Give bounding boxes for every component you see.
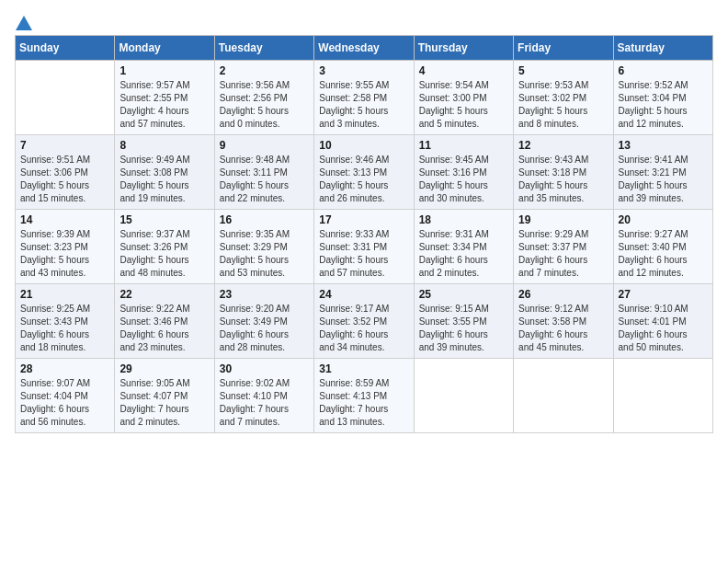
day-number: 26 (518, 288, 608, 301)
calendar-cell: 30Sunrise: 9:02 AM Sunset: 4:10 PM Dayli… (214, 359, 313, 433)
weekday-header-sunday: Sunday (16, 36, 115, 61)
weekday-header-wednesday: Wednesday (314, 36, 414, 61)
calendar-cell: 26Sunrise: 9:12 AM Sunset: 3:58 PM Dayli… (514, 284, 613, 359)
day-number: 31 (319, 362, 408, 375)
day-info: Sunrise: 9:49 AM Sunset: 3:08 PM Dayligh… (119, 154, 209, 205)
day-info: Sunrise: 9:39 AM Sunset: 3:23 PM Dayligh… (20, 228, 109, 280)
weekday-header-row: SundayMondayTuesdayWednesdayThursdayFrid… (16, 36, 713, 61)
day-info: Sunrise: 9:15 AM Sunset: 3:55 PM Dayligh… (419, 303, 508, 354)
day-number: 28 (20, 362, 109, 375)
day-info: Sunrise: 9:25 AM Sunset: 3:43 PM Dayligh… (20, 303, 109, 354)
calendar-cell: 7Sunrise: 9:51 AM Sunset: 3:06 PM Daylig… (16, 135, 115, 210)
day-info: Sunrise: 9:51 AM Sunset: 3:06 PM Dayligh… (20, 154, 109, 205)
day-number: 9 (220, 139, 309, 152)
day-info: Sunrise: 9:45 AM Sunset: 3:16 PM Dayligh… (419, 154, 508, 205)
calendar-cell: 19Sunrise: 9:29 AM Sunset: 3:37 PM Dayli… (514, 210, 613, 284)
calendar-table: SundayMondayTuesdayWednesdayThursdayFrid… (15, 35, 713, 433)
weekday-header-tuesday: Tuesday (214, 36, 313, 61)
calendar-cell: 31Sunrise: 8:59 AM Sunset: 4:13 PM Dayli… (314, 359, 414, 433)
weekday-header-thursday: Thursday (414, 36, 513, 61)
day-number: 21 (20, 288, 109, 301)
day-info: Sunrise: 9:56 AM Sunset: 2:56 PM Dayligh… (220, 79, 309, 131)
day-number: 17 (319, 213, 408, 226)
calendar-week-row: 7Sunrise: 9:51 AM Sunset: 3:06 PM Daylig… (16, 135, 713, 210)
weekday-header-saturday: Saturday (613, 36, 712, 61)
day-info: Sunrise: 9:29 AM Sunset: 3:37 PM Dayligh… (518, 228, 608, 280)
day-number: 6 (619, 64, 708, 77)
day-number: 4 (419, 64, 508, 77)
day-info: Sunrise: 9:46 AM Sunset: 3:13 PM Dayligh… (319, 154, 408, 205)
day-number: 1 (119, 64, 209, 77)
day-info: Sunrise: 9:22 AM Sunset: 3:46 PM Dayligh… (119, 303, 209, 354)
calendar-cell (16, 61, 115, 135)
calendar-cell: 16Sunrise: 9:35 AM Sunset: 3:29 PM Dayli… (214, 210, 313, 284)
day-number: 18 (419, 213, 508, 226)
day-info: Sunrise: 9:05 AM Sunset: 4:07 PM Dayligh… (119, 377, 209, 429)
day-info: Sunrise: 8:59 AM Sunset: 4:13 PM Dayligh… (319, 377, 408, 429)
calendar-cell: 8Sunrise: 9:49 AM Sunset: 3:08 PM Daylig… (115, 135, 214, 210)
svg-marker-0 (16, 16, 32, 30)
day-number: 15 (119, 213, 209, 226)
day-number: 19 (518, 213, 608, 226)
day-number: 29 (119, 362, 209, 375)
calendar-cell: 4Sunrise: 9:54 AM Sunset: 3:00 PM Daylig… (414, 61, 513, 135)
calendar-cell: 14Sunrise: 9:39 AM Sunset: 3:23 PM Dayli… (16, 210, 115, 284)
day-number: 30 (220, 362, 309, 375)
calendar-week-row: 21Sunrise: 9:25 AM Sunset: 3:43 PM Dayli… (16, 284, 713, 359)
calendar-cell: 13Sunrise: 9:41 AM Sunset: 3:21 PM Dayli… (613, 135, 712, 210)
calendar-cell: 17Sunrise: 9:33 AM Sunset: 3:31 PM Dayli… (314, 210, 414, 284)
calendar-cell: 15Sunrise: 9:37 AM Sunset: 3:26 PM Dayli… (115, 210, 214, 284)
day-number: 14 (20, 213, 109, 226)
day-number: 16 (220, 213, 309, 226)
day-number: 11 (419, 139, 508, 152)
day-info: Sunrise: 9:37 AM Sunset: 3:26 PM Dayligh… (119, 228, 209, 280)
day-info: Sunrise: 9:41 AM Sunset: 3:21 PM Dayligh… (619, 154, 708, 205)
calendar-cell: 22Sunrise: 9:22 AM Sunset: 3:46 PM Dayli… (115, 284, 214, 359)
day-info: Sunrise: 9:53 AM Sunset: 3:02 PM Dayligh… (518, 79, 608, 131)
calendar-cell: 29Sunrise: 9:05 AM Sunset: 4:07 PM Dayli… (115, 359, 214, 433)
calendar-body: 1Sunrise: 9:57 AM Sunset: 2:55 PM Daylig… (16, 61, 713, 433)
day-number: 7 (20, 139, 109, 152)
day-number: 3 (319, 64, 408, 77)
day-info: Sunrise: 9:27 AM Sunset: 3:40 PM Dayligh… (619, 228, 708, 280)
day-info: Sunrise: 9:54 AM Sunset: 3:00 PM Dayligh… (419, 79, 508, 131)
day-number: 8 (119, 139, 209, 152)
calendar-cell: 1Sunrise: 9:57 AM Sunset: 2:55 PM Daylig… (115, 61, 214, 135)
calendar-cell: 27Sunrise: 9:10 AM Sunset: 4:01 PM Dayli… (613, 284, 712, 359)
calendar-cell: 24Sunrise: 9:17 AM Sunset: 3:52 PM Dayli… (314, 284, 414, 359)
calendar-header: SundayMondayTuesdayWednesdayThursdayFrid… (16, 36, 713, 61)
calendar-cell: 28Sunrise: 9:07 AM Sunset: 4:04 PM Dayli… (16, 359, 115, 433)
logo (15, 15, 32, 26)
day-number: 20 (619, 213, 708, 226)
calendar-cell: 20Sunrise: 9:27 AM Sunset: 3:40 PM Dayli… (613, 210, 712, 284)
calendar-cell: 2Sunrise: 9:56 AM Sunset: 2:56 PM Daylig… (214, 61, 313, 135)
day-number: 12 (518, 139, 608, 152)
calendar-cell: 9Sunrise: 9:48 AM Sunset: 3:11 PM Daylig… (214, 135, 313, 210)
day-number: 2 (220, 64, 309, 77)
day-number: 24 (319, 288, 408, 301)
day-info: Sunrise: 9:52 AM Sunset: 3:04 PM Dayligh… (619, 79, 708, 131)
weekday-header-friday: Friday (514, 36, 613, 61)
page-header (15, 15, 713, 26)
day-info: Sunrise: 9:35 AM Sunset: 3:29 PM Dayligh… (220, 228, 309, 280)
day-info: Sunrise: 9:33 AM Sunset: 3:31 PM Dayligh… (319, 228, 408, 280)
calendar-cell: 3Sunrise: 9:55 AM Sunset: 2:58 PM Daylig… (314, 61, 414, 135)
day-info: Sunrise: 9:43 AM Sunset: 3:18 PM Dayligh… (518, 154, 608, 205)
day-number: 5 (518, 64, 608, 77)
calendar-cell: 12Sunrise: 9:43 AM Sunset: 3:18 PM Dayli… (514, 135, 613, 210)
day-number: 13 (619, 139, 708, 152)
calendar-cell: 25Sunrise: 9:15 AM Sunset: 3:55 PM Dayli… (414, 284, 513, 359)
calendar-week-row: 28Sunrise: 9:07 AM Sunset: 4:04 PM Dayli… (16, 359, 713, 433)
calendar-cell (613, 359, 712, 433)
calendar-cell: 21Sunrise: 9:25 AM Sunset: 3:43 PM Dayli… (16, 284, 115, 359)
day-info: Sunrise: 9:55 AM Sunset: 2:58 PM Dayligh… (319, 79, 408, 131)
calendar-cell: 23Sunrise: 9:20 AM Sunset: 3:49 PM Dayli… (214, 284, 313, 359)
day-number: 27 (619, 288, 708, 301)
calendar-week-row: 1Sunrise: 9:57 AM Sunset: 2:55 PM Daylig… (16, 61, 713, 135)
day-number: 22 (119, 288, 209, 301)
calendar-cell: 18Sunrise: 9:31 AM Sunset: 3:34 PM Dayli… (414, 210, 513, 284)
calendar-cell: 10Sunrise: 9:46 AM Sunset: 3:13 PM Dayli… (314, 135, 414, 210)
logo-icon (16, 15, 32, 31)
day-number: 25 (419, 288, 508, 301)
day-info: Sunrise: 9:12 AM Sunset: 3:58 PM Dayligh… (518, 303, 608, 354)
